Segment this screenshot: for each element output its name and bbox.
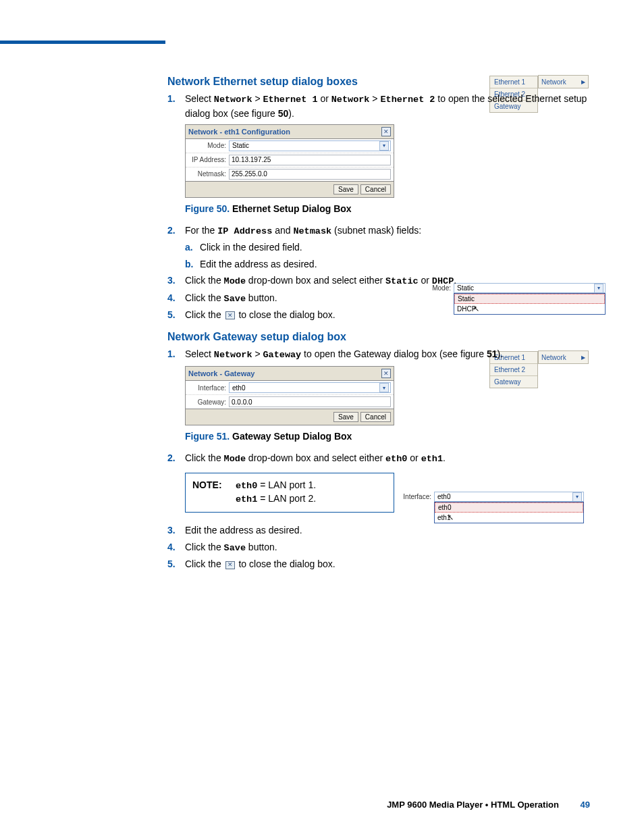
dialog-title: Network - Gateway xyxy=(188,369,254,377)
step-2b: b. Edit the address as desired. xyxy=(167,257,599,271)
chevron-down-icon: ▾ xyxy=(379,383,389,392)
section-title-gateway: Network Gateway setup dialog box xyxy=(167,331,599,343)
page-footer: JMP 9600 Media Player • HTML Operation 4… xyxy=(387,800,590,810)
page-accent-bar xyxy=(0,41,165,44)
step-number: 1. xyxy=(167,347,185,361)
gateway-field-input[interactable] xyxy=(229,396,391,407)
close-icon[interactable]: ✕ xyxy=(381,127,391,136)
step-1: 1. Select Network > Ethernet 1 or Networ… xyxy=(167,92,599,120)
step-3: 3. Click the Mode drop-down box and sele… xyxy=(167,273,599,288)
section-title-ethernet: Network Ethernet setup dialog boxes xyxy=(167,76,599,88)
chevron-down-icon: ▾ xyxy=(379,141,389,151)
interface-field-select[interactable]: eth0 ▾ xyxy=(229,382,391,393)
interface-field-value: eth0 xyxy=(232,384,245,392)
gw-step-5: 5. Click the ✕ to close the dialog box. xyxy=(167,557,599,571)
figure-50-caption: Figure 50. Ethernet Setup Dialog Box xyxy=(167,203,599,214)
gateway-field-label: Gateway: xyxy=(188,398,229,406)
step-2a: a. Click in the desired field. xyxy=(167,240,599,254)
figure-51-caption: Figure 51. Gateway Setup Dialog Box xyxy=(167,431,599,442)
ethernet-config-dialog: Network - eth1 Configuration ✕ Mode: Sta… xyxy=(185,124,394,198)
note-box: NOTE: eth0 = LAN port 1. eth1 = LAN port… xyxy=(185,473,394,513)
step-number: 5. xyxy=(167,557,185,571)
netmask-field-input[interactable] xyxy=(229,169,391,180)
mode-field-value: Static xyxy=(232,142,249,149)
step-2: 2. For the IP Address and Netmask (subne… xyxy=(167,224,599,238)
dialog-title: Network - eth1 Configuration xyxy=(188,128,290,136)
gw-step-2: 2. Click the Mode drop-down box and sele… xyxy=(167,451,599,466)
cancel-button[interactable]: Cancel xyxy=(360,184,391,194)
step-4: 4. Click the Save button. xyxy=(167,291,599,306)
substep-letter: b. xyxy=(185,257,200,271)
step-number: 1. xyxy=(167,92,185,105)
gateway-config-dialog: Network - Gateway ✕ Interface: eth0 ▾ Ga… xyxy=(185,366,394,425)
mode-field-label: Mode: xyxy=(188,142,229,149)
mode-field-select[interactable]: Static ▾ xyxy=(229,140,391,151)
close-icon: ✕ xyxy=(225,311,235,319)
netmask-field-label: Netmask: xyxy=(188,170,229,178)
step-number: 2. xyxy=(167,224,185,237)
step-number: 5. xyxy=(167,308,185,321)
ip-field-label: IP Address: xyxy=(188,156,229,163)
step-number: 3. xyxy=(167,523,185,537)
interface-field-label: Interface: xyxy=(188,384,229,392)
step-number: 4. xyxy=(167,540,185,554)
save-button[interactable]: Save xyxy=(333,184,358,194)
step-5: 5. Click the ✕ to close the dialog box. xyxy=(167,308,599,321)
note-label: NOTE: xyxy=(192,479,233,492)
substep-letter: a. xyxy=(185,240,200,254)
step-number: 2. xyxy=(167,451,185,465)
save-button[interactable]: Save xyxy=(333,412,358,422)
close-icon: ✕ xyxy=(225,561,235,569)
gw-step-3: 3. Edit the address as desired. xyxy=(167,523,599,537)
gw-step-4: 4. Click the Save button. xyxy=(167,540,599,555)
cancel-button[interactable]: Cancel xyxy=(360,412,391,422)
gw-step-1: 1. Select Network > Gateway to open the … xyxy=(167,347,599,362)
ip-field-input[interactable] xyxy=(229,155,391,165)
step-number: 4. xyxy=(167,291,185,305)
step-number: 3. xyxy=(167,273,185,287)
footer-title: JMP 9600 Media Player • HTML Operation xyxy=(387,800,559,810)
page-number: 49 xyxy=(581,800,590,810)
close-icon[interactable]: ✕ xyxy=(381,369,391,378)
